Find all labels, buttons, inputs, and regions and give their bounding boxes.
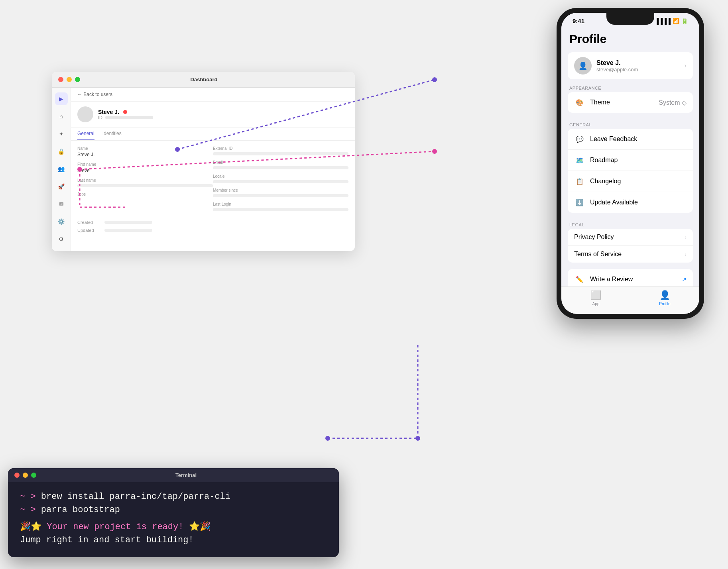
tab-identities[interactable]: Identities — [102, 128, 122, 140]
sidebar-item-gear[interactable]: ⚙ — [55, 233, 68, 245]
created-updated: Created Updated — [71, 217, 355, 236]
roadmap-icon: 🗺️ — [574, 155, 585, 166]
first-name-label: First name — [77, 162, 213, 167]
write-review-row[interactable]: ✏️ Write a Review ↗ — [568, 269, 693, 286]
updated-bar — [104, 229, 152, 232]
created-label: Created — [77, 220, 101, 225]
left-col: Name Steve J. First name Steve Last name… — [77, 144, 213, 214]
profile-tab-icon: 👤 — [659, 290, 670, 300]
appearance-group: 🎨 Theme System ◇ — [568, 92, 693, 113]
last-login-bar — [213, 208, 348, 211]
terminal-note: Jump right in and start building! — [20, 535, 327, 545]
svg-point-10 — [415, 436, 420, 441]
tos-row[interactable]: Terms of Service › — [568, 246, 693, 263]
legal-group: Privacy Policy › Terms of Service › — [568, 229, 693, 263]
user-detail-header: Steve J. ID — [71, 102, 355, 128]
first-name-value: Steve — [77, 168, 213, 173]
phone-notch — [606, 13, 654, 25]
terminal-maximize[interactable] — [31, 473, 36, 478]
roadmap-row[interactable]: 🗺️ Roadmap — [568, 150, 693, 171]
name-field: Name Steve J. — [77, 144, 213, 160]
profile-user-row[interactable]: 👤 Steve J. steve@apple.com › — [568, 52, 693, 79]
prompt-2: ~ > — [20, 505, 36, 515]
last-name-field: Last name — [77, 176, 213, 190]
terminal-close[interactable] — [14, 473, 20, 478]
member-since-label: Member since — [213, 188, 348, 192]
changelog-icon: 📋 — [574, 176, 585, 187]
leave-feedback-row[interactable]: 💬 Leave Feedback — [568, 129, 693, 150]
theme-label: Theme — [590, 99, 654, 106]
theme-icon: 🎨 — [574, 97, 585, 108]
external-id-field: External ID — [213, 144, 348, 158]
svg-point-6 — [432, 77, 437, 82]
name-label: Name — [77, 146, 213, 151]
phone-content: Profile 👤 Steve J. steve@apple.com › APP… — [561, 26, 699, 286]
external-id-bar — [213, 152, 348, 155]
terminal-success: 🎉⭐ Your new project is ready! ⭐🎉 — [20, 521, 327, 532]
back-nav[interactable]: ← Back to users — [71, 88, 355, 102]
cmd-2: parra bootstrap — [41, 505, 120, 515]
updated-row: Updated — [77, 228, 348, 233]
svg-point-9 — [432, 149, 437, 154]
main-content: ← Back to users Steve J. ID General Iden — [71, 88, 355, 251]
locale-bar — [213, 180, 348, 183]
theme-row[interactable]: 🎨 Theme System ◇ — [568, 92, 693, 113]
sidebar-item-play[interactable]: ▶ — [55, 92, 68, 105]
detail-tabs: General Identities — [71, 128, 355, 141]
member-since-field: Member since — [213, 186, 348, 200]
jobs-label: Jobs — [77, 192, 213, 196]
actions-group: ✏️ Write a Review ↗ 📤 Share This App ↗ — [568, 269, 693, 286]
privacy-row[interactable]: Privacy Policy › — [568, 229, 693, 246]
roadmap-label: Roadmap — [590, 157, 687, 164]
user-id-row: ID — [98, 115, 153, 120]
sidebar-item-lock[interactable]: 🔒 — [55, 145, 68, 158]
sidebar-item-home[interactable]: ⌂ — [55, 110, 68, 123]
tos-chevron: › — [685, 251, 687, 257]
wifi-icon: 📶 — [673, 18, 679, 24]
update-row[interactable]: ⬇️ Update Available — [568, 192, 693, 213]
first-name-field: First name Steve — [77, 160, 213, 176]
profile-title: Profile — [561, 26, 699, 49]
feedback-icon: 💬 — [574, 133, 585, 145]
sidebar-item-sliders[interactable]: ⚙️ — [55, 215, 68, 228]
chevron-icon: › — [685, 62, 687, 69]
terminal-line-1: ~ > brew install parra-inc/tap/parra-cli — [20, 492, 327, 502]
changelog-row[interactable]: 📋 Changelog — [568, 171, 693, 192]
locale-field: Locale — [213, 172, 348, 186]
sidebar-item-users[interactable]: 👥 — [55, 163, 68, 175]
terminal-window: Terminal ~ > brew install parra-inc/tap/… — [8, 468, 339, 557]
tab-general[interactable]: General — [77, 128, 94, 140]
terminal-title: Terminal — [39, 472, 333, 478]
svg-point-11 — [325, 436, 330, 441]
right-col: External ID Email Locale Member since — [213, 144, 348, 214]
window-title: Dashboard — [59, 77, 348, 82]
review-external-icon: ↗ — [682, 276, 687, 283]
privacy-chevron: › — [685, 234, 687, 240]
profile-tab-label: Profile — [659, 302, 670, 306]
feedback-label: Leave Feedback — [590, 135, 687, 143]
sidebar-item-rocket[interactable]: 🚀 — [55, 180, 68, 193]
email-bar — [213, 166, 348, 169]
tab-profile[interactable]: 👤 Profile — [630, 290, 699, 306]
prompt-1: ~ > — [20, 492, 36, 502]
app-tab-label: App — [592, 302, 600, 306]
sidebar-item-mail[interactable]: ✉ — [55, 198, 68, 210]
user-detail-name: Steve J. — [98, 109, 153, 115]
sidebar: ▶ ⌂ ✦ 🔒 👥 🚀 ✉ ⚙️ ⚙ — [52, 88, 71, 251]
app-tab-icon: ⬜ — [590, 290, 601, 300]
member-since-bar — [213, 194, 348, 197]
window-titlebar: Dashboard — [52, 72, 355, 88]
sidebar-item-settings[interactable]: ✦ — [55, 128, 68, 140]
status-icons: ▐▐▐▐ 📶 🔋 — [655, 18, 688, 24]
theme-value: System ◇ — [659, 99, 687, 106]
cmd-1: brew install parra-inc/tap/parra-cli — [41, 492, 230, 502]
appearance-section-label: APPEARANCE — [561, 82, 699, 92]
user-name: Steve J. — [596, 59, 638, 67]
battery-icon: 🔋 — [681, 18, 688, 24]
update-icon: ⬇️ — [574, 197, 585, 208]
user-email: steve@apple.com — [596, 67, 638, 73]
tab-app[interactable]: ⬜ App — [561, 290, 630, 306]
last-name-bar — [77, 184, 213, 187]
review-icon: ✏️ — [574, 274, 585, 285]
terminal-minimize[interactable] — [23, 473, 28, 478]
